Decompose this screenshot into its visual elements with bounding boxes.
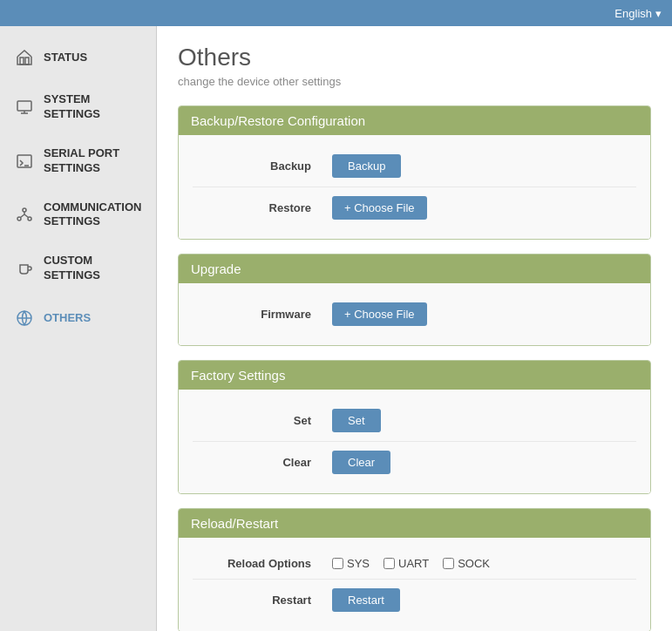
set-control: Set — [332, 409, 636, 432]
sidebar-label-custom-settings: CUSTOM SETTINGS — [44, 254, 142, 283]
svg-rect-0 — [20, 58, 24, 64]
restore-choose-file-button[interactable]: + Choose File — [332, 196, 427, 220]
sys-label: SYS — [347, 557, 370, 570]
factory-settings-body: Set Set Clear Clear — [179, 390, 650, 493]
home-icon — [14, 47, 35, 68]
reload-options-control: SYS UART SOCK — [332, 557, 636, 570]
sidebar-label-system-settings: SYSTEM SETTINGS — [44, 92, 142, 122]
sidebar-item-communication-settings[interactable]: COMMUNICATION SETTINGS — [0, 188, 156, 242]
restart-label: Restart — [193, 594, 332, 607]
backup-button[interactable]: Backup — [332, 154, 401, 178]
sidebar-label-others: OTHERS — [44, 311, 91, 326]
top-bar: English ▾ — [0, 0, 672, 26]
coffee-icon — [14, 258, 35, 279]
clear-label: Clear — [193, 456, 332, 469]
terminal-icon — [14, 151, 35, 172]
clear-control: Clear — [332, 451, 636, 474]
backup-row: Backup Backup — [193, 146, 636, 187]
reload-options-label: Reload Options — [193, 557, 332, 570]
svg-point-5 — [17, 217, 21, 221]
factory-settings-card: Factory Settings Set Set Clear Clear — [178, 360, 651, 494]
sock-checkbox[interactable] — [443, 558, 454, 569]
sock-label: SOCK — [458, 557, 490, 570]
set-label: Set — [193, 414, 332, 427]
sock-checkbox-item[interactable]: SOCK — [443, 557, 490, 570]
upgrade-header: Upgrade — [179, 254, 650, 283]
sidebar-item-serial-port-settings[interactable]: SERIAL PORT SETTINGS — [0, 134, 156, 188]
uart-checkbox[interactable] — [384, 558, 395, 569]
reload-options-row: Reload Options SYS UART — [193, 548, 636, 580]
sys-checkbox[interactable] — [332, 558, 343, 569]
sidebar-label-status: STATUS — [44, 51, 87, 65]
sidebar-label-communication-settings: COMMUNICATION SETTINGS — [44, 200, 142, 230]
backup-label: Backup — [193, 159, 332, 173]
language-selector[interactable]: English ▾ — [614, 7, 662, 20]
reload-restart-body: Reload Options SYS UART — [179, 538, 650, 631]
svg-rect-1 — [25, 58, 29, 64]
svg-rect-2 — [17, 101, 31, 111]
firmware-row: Firmware + Choose File — [193, 294, 636, 335]
clear-row: Clear Clear — [193, 442, 636, 483]
reload-restart-card: Reload/Restart Reload Options SYS UART — [178, 508, 651, 631]
restart-row: Restart Restart — [193, 580, 636, 621]
uart-checkbox-item[interactable]: UART — [384, 557, 429, 570]
firmware-control: + Choose File — [332, 302, 636, 326]
backup-control: Backup — [332, 154, 636, 178]
sidebar-item-others[interactable]: OTHERS — [0, 295, 156, 341]
svg-point-6 — [28, 217, 31, 221]
sidebar-item-system-settings[interactable]: SYSTEM SETTINGS — [0, 80, 156, 134]
set-row: Set Set — [193, 400, 636, 442]
restore-row: Restore + Choose File — [193, 187, 636, 228]
restart-control: Restart — [332, 588, 636, 612]
restore-control: + Choose File — [332, 196, 636, 220]
restart-button[interactable]: Restart — [332, 588, 400, 612]
set-button[interactable]: Set — [332, 409, 381, 432]
backup-restore-body: Backup Backup Restore + Choose File — [179, 135, 650, 239]
sidebar-item-status[interactable]: STATUS — [0, 35, 156, 80]
upgrade-body: Firmware + Choose File — [179, 283, 650, 345]
firmware-choose-file-button[interactable]: + Choose File — [332, 302, 427, 326]
page-title: Others — [178, 44, 651, 71]
checkbox-group: SYS UART SOCK — [332, 557, 636, 570]
language-label: English — [614, 7, 652, 20]
sidebar-label-serial-port-settings: SERIAL PORT SETTINGS — [44, 146, 142, 176]
page-subtitle: change the device other settings — [178, 75, 651, 88]
clear-button[interactable]: Clear — [332, 451, 390, 474]
chevron-down-icon: ▾ — [655, 7, 662, 20]
sys-checkbox-item[interactable]: SYS — [332, 557, 370, 570]
upgrade-card: Upgrade Firmware + Choose File — [178, 254, 651, 346]
backup-restore-header: Backup/Restore Configuration — [179, 106, 650, 135]
content-area: Others change the device other settings … — [157, 26, 672, 631]
uart-label: UART — [398, 557, 429, 570]
globe-icon — [14, 308, 35, 329]
restore-label: Restore — [193, 201, 332, 214]
sidebar: STATUS SYSTEM SETTINGS SERIAL PORT SETTI… — [0, 26, 157, 631]
backup-restore-card: Backup/Restore Configuration Backup Back… — [178, 105, 651, 240]
svg-point-4 — [23, 208, 26, 212]
reload-restart-header: Reload/Restart — [179, 509, 650, 538]
main-layout: STATUS SYSTEM SETTINGS SERIAL PORT SETTI… — [0, 26, 672, 631]
monitor-icon — [14, 97, 35, 118]
nodes-icon — [14, 204, 35, 225]
firmware-label: Firmware — [193, 308, 332, 321]
sidebar-item-custom-settings[interactable]: CUSTOM SETTINGS — [0, 241, 156, 295]
factory-settings-header: Factory Settings — [179, 361, 650, 390]
